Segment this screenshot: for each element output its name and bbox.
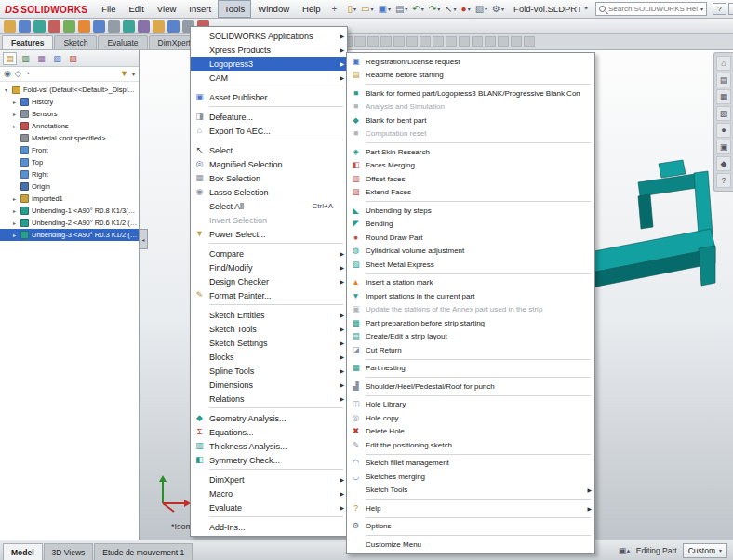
tab-sketch[interactable]: Sketch [54,35,97,49]
logopress-menu-item-bending[interactable]: ◤Bending [347,218,594,232]
tree-item-front[interactable]: Front [0,144,139,156]
doc-tab-etude-de-mouvement-1[interactable]: Etude de mouvement 1 [94,543,193,560]
chevron-down-icon[interactable]: ▾ [132,71,135,77]
menubar-item-file[interactable]: File [95,0,122,18]
tools-menu-item-defeature[interactable]: ◨Defeature... [191,110,347,124]
tools-menu-item-sketch-settings[interactable]: Sketch Settings▶ [191,336,347,350]
tree-item-annotations[interactable]: ▸Annotations [0,120,139,132]
tools-menu-item-find-modify[interactable]: Find/Modify▶ [191,260,347,274]
toolbar2-tool-icon[interactable] [153,20,165,33]
tools-menu-item-select-all[interactable]: Select AllCtrl+A [191,199,347,213]
options-button[interactable]: ⚙▾ [490,4,506,15]
menubar-item-window[interactable]: Window [251,0,296,18]
toolbar2-tool-icon[interactable] [93,20,105,33]
tree-item-material-not-specified[interactable]: Material <not specified> [0,132,139,144]
search-dropdown-icon[interactable]: ▾ [700,6,703,12]
tree-item-sensors[interactable]: ▸Sensors [0,108,139,120]
tools-menu-item-select[interactable]: ↖Select [191,143,347,157]
logopress-menu-item-sketches-merging[interactable]: ◡Sketches merging [347,470,594,484]
doc-tab-model[interactable]: Model [3,543,43,560]
tools-menu-item-asset-publisher[interactable]: ▣Asset Publisher... [191,90,347,104]
expander-icon[interactable]: ▸ [11,220,18,226]
search-input[interactable] [608,5,698,13]
dimxpertmanager-tab[interactable]: ▧ [50,52,64,65]
menubar-item-edit[interactable]: Edit [122,0,150,18]
expander-icon[interactable]: ▸ [11,123,18,129]
help-search-box[interactable]: ▾ [595,2,707,16]
tools-menu-item-cam[interactable]: CAM▶ [191,71,347,85]
tree-item-unbending-2-a90-r0-6-k1-2-0-50-l1[interactable]: ▸Unbending-2 <A90° R0.6 K1/2 (0.50) L1..… [0,217,139,229]
help-pane-icon[interactable]: ? [716,173,731,188]
tree-item-imported1[interactable]: ▸Imported1 [0,193,139,205]
tools-menu-item-logopress3[interactable]: Logopress3▶ [191,57,347,71]
help-button[interactable]: ? [713,3,726,15]
logopress-menu-item-sketch-tools[interactable]: Sketch Tools▶ [347,484,594,498]
tools-menu-item-add-ins[interactable]: Add-Ins... [191,520,347,534]
logopress-menu-item-shoulder-heel-pedestal-roof-for-punch[interactable]: ▟Shoulder/Heel/Pedestal/Roof for punch [347,380,594,393]
eye-icon[interactable]: ◉ [4,70,11,78]
tools-menu-item-design-checker[interactable]: Design Checker▶ [191,274,347,288]
doc-tab-3d-views[interactable]: 3D Views [44,543,94,560]
logopress-menu-item-hole-copy[interactable]: ◎Hole copy [347,411,594,425]
logopress-menu-item-round-draw-part[interactable]: ●Round Draw Part [347,231,594,245]
logopress-menu-item-extend-faces[interactable]: ▨Extend Faces [347,186,594,200]
tools-menu-item-sketch-tools[interactable]: Sketch Tools▶ [191,322,347,336]
logopress-menu-item-options[interactable]: ⚙Options [347,520,594,534]
print-button[interactable]: ▤▾ [393,4,409,15]
logopress-menu-item-import-stations-in-the-current-part[interactable]: ▼Import stations in the current part [347,289,594,303]
logopress-menu-item-cut-return[interactable]: ◪Cut Return [347,343,594,357]
toolbar2-tool-icon[interactable] [4,20,16,33]
appearances-icon[interactable]: ● [716,123,731,138]
logopress-menu-item-sheet-metal-express[interactable]: ▧Sheet Metal Express [347,258,594,272]
tools-menu-item-relations[interactable]: Relations▶ [191,392,347,406]
select-button[interactable]: ↖▾ [443,4,458,15]
filter-funnel-icon[interactable]: ▼ [120,70,128,78]
unit-system-dropdown[interactable]: Custom ▾ [683,543,727,558]
tab-evaluate[interactable]: Evaluate [98,35,147,49]
tools-menu-item-symmetry-check[interactable]: ◧Symmetry Check... [191,453,347,467]
tools-menu-item-compare[interactable]: Compare▶ [191,247,347,260]
expand-icon[interactable]: ▴ [626,546,631,555]
logopress-menu-item-unbending-by-steps[interactable]: ◣Unbending by steps [347,204,594,218]
configurationmanager-tab[interactable]: ▦ [34,52,48,65]
logopress-menu-item-blank-for-formed-part-logopress3-blank-pro[interactable]: ■Blank for formed part/Logopress3 BLANK/… [347,87,594,100]
logopress-menu-item-insert-a-station-mark[interactable]: ▲Insert a station mark [347,276,594,290]
logopress-menu-item-part-preparation-before-strip-starting[interactable]: ▩Part preparation before strip starting [347,316,594,330]
tools-menu-item-magnified-selection[interactable]: ◎Magnified Selection [191,157,347,171]
tree-item-unbending-3-a90-r0-3-k1-2-0-50-l1[interactable]: ▸Unbending-3 <A90° R0.3 K1/2 (0.50) L1..… [0,229,139,241]
tree-item-right[interactable]: Right [0,168,139,180]
panel-splitter-handle[interactable]: ◂ [140,229,148,249]
tools-menu-item-blocks[interactable]: Blocks▶ [191,350,347,364]
tools-menu-item-format-painter[interactable]: ✎Format Painter... [191,288,347,302]
expander-icon[interactable]: ▸ [11,195,18,202]
rebuild-button[interactable]: ●▾ [460,4,473,15]
tools-menu-item-invert-selection[interactable]: Invert Selection [191,213,347,227]
expander-icon[interactable]: ▸ [11,111,18,117]
logopress-menu-item-part-nesting[interactable]: ▦Part nesting [347,362,594,376]
logopress-menu-item-update-the-stations-of-the-annex-part-used[interactable]: ▣Update the stations of the Annex part u… [347,303,594,317]
tree-item-history[interactable]: ▸History [0,96,139,108]
tree-item-fold-vsl-default-default-display-state-1[interactable]: ▾Fold-vsl (Default<<Default>_Display Sta… [0,84,139,96]
menubar-item-tools[interactable]: Tools [218,0,251,18]
logopress-menu-item-analysis-and-simulation[interactable]: ■Analysis and Simulation [347,100,594,114]
toolbar2-tool-icon[interactable] [63,20,75,33]
toolbar2-tool-icon[interactable] [19,20,31,33]
tools-menu-item-equations[interactable]: ΣEquations... [191,425,347,439]
tools-menu-item-power-select[interactable]: ▼Power Select... [191,227,347,241]
tools-menu-item-spline-tools[interactable]: Spline Tools▶ [191,364,347,378]
logopress-menu-item-registration-license-request[interactable]: ▣Registration/License request [347,55,594,69]
tree-item-origin[interactable]: Origin [0,180,139,193]
expander-icon[interactable]: ▾ [3,87,9,93]
displaymanager-tab[interactable]: ▨ [66,52,80,65]
tools-menu-item-thickness-analysis[interactable]: ▥Thickness Analysis... [191,439,347,453]
logopress-menu-item-help[interactable]: ?Help▶ [347,501,594,515]
custom-properties-icon[interactable]: ▣ [716,140,731,154]
toolbar2-tool-icon[interactable] [123,20,135,33]
expander-icon[interactable]: ▸ [11,207,18,214]
save-button[interactable]: ▣▾ [376,4,392,15]
minimize-button[interactable]: – [728,3,733,15]
tree-item-top[interactable]: Top [0,156,139,168]
pin-icon[interactable]: ◇ [15,70,21,78]
file-explorer-icon[interactable]: ▦ [716,89,731,104]
featuremanager-tab[interactable]: ▤ [3,52,17,65]
